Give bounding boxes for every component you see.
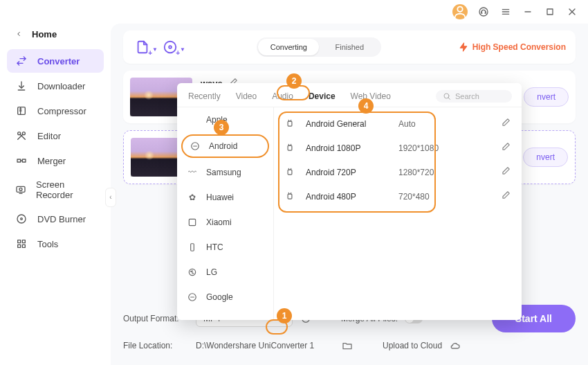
google-icon [187, 292, 198, 303]
topbar: +▼ +▼ Converting Finished High Speed Con… [123, 30, 576, 64]
close-button[interactable] [566, 6, 578, 18]
tab-device[interactable]: Device [307, 90, 337, 103]
step-2-badge: 2 [286, 73, 302, 89]
chevron-left-icon [15, 29, 22, 39]
edit-preset-icon[interactable] [501, 118, 511, 130]
upload-cloud-label: Upload to Cloud [383, 341, 442, 350]
step-4-badge: 4 [358, 98, 374, 114]
svg-line-50 [291, 144, 291, 145]
convert-button[interactable]: nvert [524, 87, 569, 107]
brand-htc[interactable]: HTC [177, 235, 273, 260]
back-home[interactable]: Home [7, 24, 104, 45]
svg-rect-31 [22, 244, 25, 247]
edit-preset-icon[interactable] [501, 190, 511, 202]
editor-icon [15, 130, 28, 142]
step-3-badge: 3 [214, 120, 229, 135]
seg-finished[interactable]: Finished [319, 39, 380, 55]
android-icon [285, 143, 296, 154]
svg-line-46 [288, 120, 289, 121]
svg-rect-48 [288, 145, 292, 150]
support-icon[interactable] [477, 6, 490, 18]
seg-converting[interactable]: Converting [258, 39, 319, 55]
brand-xiaomi[interactable]: Xiaomi [177, 210, 273, 235]
minimize-button[interactable] [522, 6, 534, 18]
android-icon [285, 167, 296, 178]
sidebar-item-editor[interactable]: Editor [7, 124, 104, 148]
preset-row[interactable]: Android 720P 1280*720 [277, 160, 519, 184]
sidebar-item-label: Screen Recorder [36, 179, 95, 200]
brand-samsung[interactable]: 〰Samsung [177, 160, 273, 185]
svg-rect-45 [288, 121, 292, 126]
android-icon [190, 141, 201, 152]
svg-point-1 [479, 8, 488, 16]
svg-rect-30 [18, 244, 21, 247]
sidebar-item-label: Downloader [37, 81, 85, 91]
sidebar-item-label: Merger [37, 156, 66, 166]
format-search[interactable]: Search [436, 90, 512, 103]
tab-video[interactable]: Video [235, 90, 258, 103]
titlebar [0, 0, 588, 24]
svg-point-27 [21, 218, 23, 220]
preset-list: Android General Auto Android 1080P 1920*… [274, 107, 522, 320]
collapse-sidebar-handle[interactable]: ‹ [105, 188, 116, 207]
brand-huawei[interactable]: ✿Huawei [177, 185, 273, 210]
avatar[interactable] [452, 4, 468, 19]
sidebar: Home Converter Downloader Compressor Edi… [0, 24, 111, 365]
sidebar-item-converter[interactable]: Converter [7, 49, 104, 73]
format-panel: Recently Video Audio Device Web Video Se… [177, 83, 522, 320]
edit-preset-icon[interactable] [501, 166, 511, 178]
edit-preset-icon[interactable] [501, 142, 511, 154]
menu-icon[interactable] [499, 6, 512, 18]
svg-rect-41 [191, 244, 194, 251]
maximize-button[interactable] [544, 6, 556, 18]
android-icon [285, 191, 296, 202]
lg-icon [187, 267, 198, 278]
svg-rect-29 [22, 240, 25, 243]
convert-button[interactable]: nvert [523, 148, 568, 167]
add-file-button[interactable]: +▼ [133, 37, 152, 57]
preset-row[interactable]: Android General Auto [277, 112, 519, 136]
svg-rect-23 [17, 186, 25, 192]
format-tabs: Recently Video Audio Device Web Video Se… [177, 83, 522, 107]
svg-rect-21 [22, 159, 26, 162]
step-1-badge: 1 [277, 308, 292, 323]
preset-row[interactable]: Android 1080P 1920*1080 [277, 136, 519, 160]
sidebar-item-compressor[interactable]: Compressor [7, 99, 104, 123]
svg-point-26 [17, 215, 26, 223]
svg-rect-51 [288, 170, 292, 175]
svg-rect-54 [288, 194, 292, 199]
dvd-icon [15, 213, 28, 225]
svg-point-43 [191, 271, 192, 271]
svg-rect-20 [17, 159, 21, 162]
search-placeholder: Search [455, 92, 479, 100]
preset-row[interactable]: Android 480P 720*480 [277, 184, 519, 208]
merger-icon [15, 154, 28, 167]
sidebar-item-dvd-burner[interactable]: DVD Burner [7, 207, 104, 231]
sidebar-item-tools[interactable]: Tools [7, 232, 104, 256]
samsung-icon: 〰 [187, 167, 198, 178]
svg-line-52 [288, 168, 289, 170]
brand-android[interactable]: Android [181, 134, 269, 158]
android-icon [285, 118, 296, 130]
tab-audio[interactable]: Audio [270, 90, 295, 103]
svg-line-53 [291, 168, 291, 170]
svg-marker-34 [460, 43, 466, 51]
xiaomi-icon [187, 217, 198, 228]
sidebar-item-screen-recorder[interactable]: Screen Recorder [7, 174, 104, 206]
sidebar-item-downloader[interactable]: Downloader [7, 74, 104, 98]
download-icon [15, 80, 28, 92]
svg-line-56 [291, 193, 291, 194]
brand-lg[interactable]: LG [177, 260, 273, 285]
tools-icon [15, 238, 28, 250]
sidebar-item-label: Editor [37, 131, 61, 141]
add-disc-button[interactable]: +▼ [160, 37, 180, 57]
brand-google[interactable]: Google [177, 285, 273, 310]
tab-recently[interactable]: Recently [187, 90, 222, 103]
file-location-label: File Location: [123, 341, 189, 350]
sidebar-item-merger[interactable]: Merger [7, 149, 104, 172]
folder-icon[interactable] [341, 339, 353, 352]
high-speed-conversion[interactable]: High Speed Conversion [459, 42, 566, 52]
state-segmented: Converting Finished [257, 37, 381, 57]
file-location-path[interactable] [196, 341, 334, 350]
cloud-icon[interactable] [449, 339, 461, 352]
